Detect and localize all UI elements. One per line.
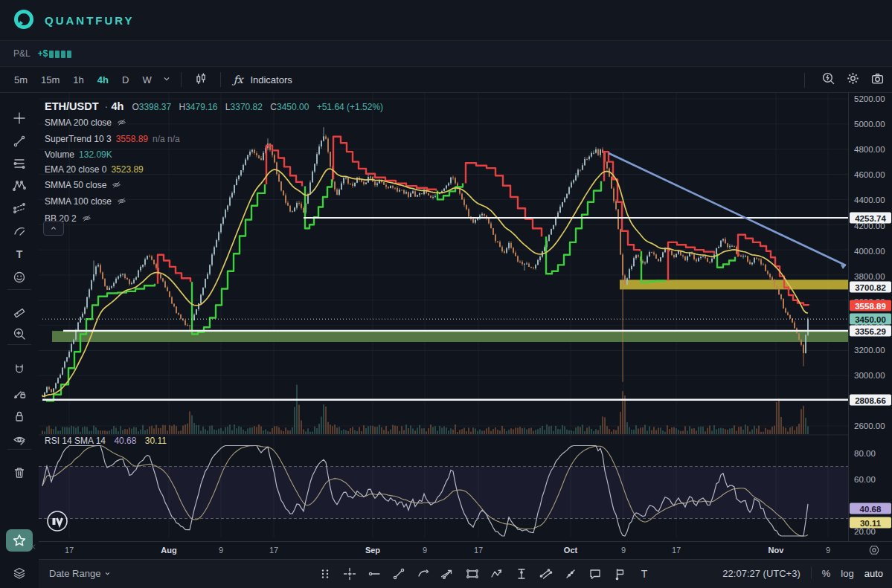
crosshair-dashed-tool-icon[interactable]: [337, 563, 362, 584]
log-scale-button[interactable]: log: [841, 568, 853, 579]
polyline-tool-icon[interactable]: [484, 563, 509, 584]
marker-tool-icon[interactable]: [558, 563, 583, 584]
price-tick: 4400.00: [854, 196, 885, 204]
price-axis[interactable]: 5200.005000.004800.004600.004400.004200.…: [848, 93, 892, 541]
price-range-tool-icon[interactable]: [509, 563, 533, 584]
pen-curve-tool-icon[interactable]: [411, 563, 435, 584]
price-tick: 5200.00: [854, 94, 885, 103]
favorites-star-button[interactable]: [6, 529, 33, 552]
chart-area[interactable]: ETH/USDT · 4h O3398.37 H3479.16 L3370.82…: [39, 93, 848, 541]
supertrend-up: [46, 284, 155, 401]
emoji-icon[interactable]: [13, 271, 26, 284]
eye-hidden-icon[interactable]: [82, 213, 92, 228]
timeframe-1h[interactable]: 1h: [66, 71, 90, 88]
timeframe-D[interactable]: D: [115, 71, 135, 88]
legend-row[interactable]: SuperTrend 10 33558.89n/a n/a: [45, 132, 383, 147]
drag-handle-tool-icon[interactable]: [312, 563, 337, 584]
forecast-icon[interactable]: [13, 201, 26, 215]
magnet-icon[interactable]: [13, 363, 26, 376]
legend-row[interactable]: Volume132.09K: [45, 147, 383, 163]
text-tool-icon[interactable]: T: [632, 563, 656, 584]
time-tick: Nov: [769, 546, 784, 555]
zoomin-icon[interactable]: [13, 327, 26, 340]
eye-hidden-icon[interactable]: [117, 196, 126, 211]
legend-row[interactable]: SMMA 200 close: [45, 115, 383, 132]
auto-scale-button[interactable]: auto: [864, 568, 883, 579]
timeframe-15m[interactable]: 15m: [34, 71, 66, 88]
supertrend-up: [546, 181, 601, 274]
legend-collapse-button[interactable]: [43, 221, 64, 236]
rail-collapse-chevron[interactable]: [30, 540, 39, 549]
symbol-row[interactable]: ETH/USDT · 4h O3398.37 H3479.16 L3370.82…: [45, 99, 383, 115]
timeframe-W[interactable]: W: [135, 71, 158, 88]
svg-text:T: T: [641, 568, 647, 580]
price-tick: 80.00: [854, 449, 876, 458]
price-tick: 60.00: [854, 475, 876, 484]
rail-divider: [7, 344, 31, 345]
price-tick: 5000.00: [854, 120, 885, 129]
legend-row[interactable]: SMMA 100 close: [45, 194, 383, 211]
ruler-icon[interactable]: [13, 306, 26, 320]
price-tick: 3000.00: [854, 371, 885, 380]
quantfury-logo-icon[interactable]: [12, 8, 36, 32]
horizontal-ray-tool-icon[interactable]: [362, 563, 386, 584]
percent-scale-button[interactable]: %: [822, 568, 831, 579]
time-tick: 9: [826, 546, 830, 555]
price-tick: 20.00: [854, 527, 876, 536]
brush-icon[interactable]: [13, 224, 26, 238]
chart-legend: ETH/USDT · 4h O3398.37 H3479.16 L3370.82…: [45, 99, 383, 227]
time-tick: 9: [621, 546, 626, 555]
date-range-button[interactable]: Date Range: [49, 568, 112, 579]
editlock-icon[interactable]: [13, 387, 26, 400]
lock-icon[interactable]: [13, 410, 26, 423]
trend-line-tool-icon[interactable]: [386, 563, 411, 584]
fib-icon[interactable]: [13, 157, 26, 170]
indicators-button[interactable]: ƒx Indicators: [227, 71, 299, 88]
price-label-badge: 40.68: [850, 503, 891, 514]
object-tree-layers-icon[interactable]: [13, 566, 26, 580]
legend-row[interactable]: EMA 20 close 03523.89: [45, 162, 383, 178]
texttool-icon[interactable]: T: [13, 248, 26, 261]
eye-hidden-icon[interactable]: [112, 179, 121, 195]
support-zone: [52, 331, 848, 342]
svg-text:T: T: [16, 248, 23, 260]
rsi-value: 40.68: [114, 436, 136, 446]
camera-icon[interactable]: [870, 71, 885, 88]
rectangle-tool-icon[interactable]: [460, 563, 484, 584]
settings-gear-icon[interactable]: [846, 71, 860, 88]
timeframe-5m[interactable]: 5m: [7, 71, 34, 88]
session-clock-icon[interactable]: [868, 544, 880, 558]
eyehide-icon[interactable]: [13, 433, 26, 447]
supertrend-down: [738, 235, 809, 306]
price-tick: 3200.00: [854, 346, 885, 355]
comment-tool-icon[interactable]: [583, 563, 607, 584]
symbol-name: ETH/USDT: [45, 100, 99, 112]
parallel-channel-tool-icon[interactable]: [533, 563, 558, 584]
chevron-down-icon[interactable]: [158, 71, 175, 89]
xabcd-icon[interactable]: [13, 179, 26, 193]
arrow-tool-icon[interactable]: [435, 563, 460, 584]
legend-row[interactable]: SMMA 50 close: [45, 178, 383, 195]
rsi-legend[interactable]: RSI 14 SMA 14 40.68 30.11: [45, 436, 167, 446]
tradingview-logo-icon[interactable]: [46, 510, 68, 532]
legend-row[interactable]: BB 20 2: [45, 211, 383, 228]
trendline-icon[interactable]: [13, 135, 26, 148]
time-tick: Aug: [161, 546, 176, 555]
crosshair-icon[interactable]: [13, 112, 26, 125]
trash-icon[interactable]: [13, 466, 26, 479]
pin-flag-tool-icon[interactable]: [607, 563, 632, 584]
fx-icon: ƒx: [234, 74, 243, 85]
eye-hidden-icon[interactable]: [117, 117, 126, 132]
price-label-badge: 3558.89: [850, 300, 891, 311]
supertrend-down: [604, 152, 640, 251]
flash-search-icon[interactable]: [821, 71, 835, 88]
candle-style-icon[interactable]: [187, 69, 214, 91]
price-tick: 2600.00: [854, 421, 885, 430]
clock-label: 22:07:27 (UTC+3): [722, 568, 800, 579]
timeframe-4h[interactable]: 4h: [91, 71, 115, 88]
price-label-badge: 4253.74: [850, 213, 891, 224]
price-tick: 4600.00: [854, 170, 885, 179]
brand-bar: QUANTFURY: [0, 0, 892, 41]
time-axis[interactable]: 17Aug917Sep917Oct917Nov9: [39, 541, 892, 560]
price-label-badge: 3356.29: [850, 326, 891, 337]
